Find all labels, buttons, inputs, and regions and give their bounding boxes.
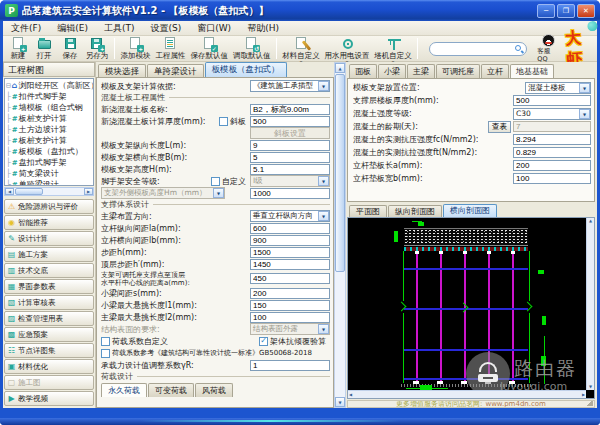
menu-edit[interactable]: 编辑(E) [49, 22, 96, 35]
menu-help[interactable]: 帮助(H) [239, 22, 287, 35]
menu-file[interactable]: 文件(F) [3, 22, 49, 35]
nav-calc-review-table[interactable]: ▧计算审核表 [4, 295, 94, 310]
main-beam-max-cantilever-input[interactable] [250, 312, 330, 323]
load-factor-standard-checkbox[interactable] [101, 349, 110, 358]
tab-panel[interactable]: 面板 [349, 64, 377, 78]
cad-horizontal-scrollbar[interactable]: ◀ ▶ [348, 390, 586, 398]
joist-max-cantilever-input[interactable] [250, 300, 330, 311]
base-plate-length-input[interactable] [513, 160, 591, 171]
search-input[interactable] [429, 42, 527, 56]
placement-select[interactable]: 混凝土楼板▼ [525, 82, 591, 94]
nav-tech-disclosure[interactable]: ▥技术交底 [4, 263, 94, 278]
tree-item[interactable]: ├#板桩支护计算 [6, 135, 93, 146]
step-distance-input[interactable] [250, 247, 330, 258]
tab-adjustable-support[interactable]: 可调托座 [436, 64, 480, 78]
tree-item-root[interactable]: ⊟⌂浏阳经开区（高新区） [6, 80, 93, 91]
tab-permanent-load[interactable]: 永久荷载 [101, 383, 147, 397]
nav-material-optimization[interactable]: ▣材料优化 [4, 359, 94, 374]
resize-grip[interactable] [587, 400, 593, 406]
tab-transverse-section-active[interactable]: 横向剖面图 [443, 204, 497, 217]
tab-slab-formwork-active[interactable]: 板模板（盘扣式） [205, 62, 287, 77]
close-button[interactable]: ✕ [577, 4, 595, 18]
tab-variable-load[interactable]: 可变荷载 [148, 383, 194, 397]
nav-emergency-plan[interactable]: ▩应急预案 [4, 327, 94, 342]
overturning-check-checkbox[interactable]: ✓ [259, 337, 268, 346]
nav-ui-parameter-table[interactable]: ▦界面参数表 [4, 279, 94, 294]
menu-window[interactable]: 窗口(W) [189, 22, 239, 35]
outer-formwork-height-input[interactable] [250, 188, 330, 199]
save-as-button[interactable]: ＋ 另存为 [83, 37, 111, 60]
nav-teaching-video[interactable]: ▶教学视频 [4, 391, 94, 406]
tab-longitudinal-section[interactable]: 纵向剖面图 [388, 205, 442, 217]
tab-foundation-active[interactable]: 地基基础 [510, 64, 554, 78]
lookup-table-button[interactable]: 查表 [488, 121, 511, 133]
minimize-button[interactable]: ─ [537, 4, 555, 18]
tree-item[interactable]: ├#扣件式脚手架 [6, 91, 93, 102]
scroll-left-icon[interactable]: ◀ [348, 392, 353, 398]
scroll-down-icon[interactable]: ▼ [589, 384, 592, 390]
base-plate-width-input[interactable] [513, 173, 591, 184]
cad-vertical-scrollbar[interactable]: ▲ ▼ [586, 218, 594, 390]
main-beam-direction-select[interactable]: 垂直立杆纵向方向▼ [250, 210, 330, 222]
menu-tools[interactable]: 工具(T) [96, 22, 143, 35]
nav-hazard-identification[interactable]: ⚠危险源辨识与评价 [4, 199, 94, 214]
adjustable-support-distance-input[interactable] [250, 273, 330, 284]
scroll-left-icon[interactable]: ◀ [5, 188, 14, 195]
form-vertical-scrollbar[interactable]: ▲ ▼ [334, 62, 346, 408]
nav-design-calc[interactable]: ✎设计计算 [4, 231, 94, 246]
maximize-button[interactable]: ❐ [557, 4, 575, 18]
material-custom-button[interactable]: 材料自定义 ▾ [280, 37, 322, 64]
save-button[interactable]: 保存 [57, 37, 83, 60]
nav-smart-recommend[interactable]: ◉智能推荐 [4, 215, 94, 230]
calc-basis-select[interactable]: 《建筑施工承插型▼ [250, 80, 330, 92]
save-defaults-button[interactable]: ✓ 保存默认值 [188, 37, 230, 60]
tree-item[interactable]: └#单跨梁设计 [6, 179, 93, 186]
slope-checkbox[interactable] [219, 117, 228, 126]
capacity-adjust-factor-input[interactable] [250, 360, 330, 371]
scroll-up-icon[interactable]: ▲ [589, 218, 592, 224]
nav-node-detail-drawings[interactable]: ☷节点详图集 [4, 343, 94, 358]
tree-item[interactable]: ├#盘扣式脚手架 [6, 157, 93, 168]
tab-single-span-beam[interactable]: 单跨梁设计 [147, 64, 204, 77]
tree-item[interactable]: ├#板桩支护计算 [6, 113, 93, 124]
tree-item[interactable]: ├#土方边坡计算 [6, 124, 93, 135]
load-factor-custom-checkbox[interactable] [101, 337, 110, 346]
chevron-down-icon[interactable]: ▼ [579, 109, 590, 119]
project-properties-button[interactable]: 工程属性 [153, 37, 188, 60]
support-width-input[interactable] [250, 152, 330, 163]
scroll-right-icon[interactable]: ▶ [581, 392, 586, 398]
scroll-right-icon[interactable]: ▶ [84, 188, 93, 195]
post-longitudinal-spacing-input[interactable] [250, 223, 330, 234]
slab-thickness-input[interactable] [250, 116, 330, 127]
support-slab-thickness-input[interactable] [513, 95, 591, 106]
measured-compressive-strength-input[interactable] [513, 134, 591, 145]
open-button[interactable]: 打开 [31, 37, 57, 60]
tree-item[interactable]: ├#简支梁设计 [6, 168, 93, 179]
tab-wind-load[interactable]: 风荷载 [195, 383, 233, 397]
tree-item-active[interactable]: ├#板模板（盘扣式） [6, 146, 93, 157]
chevron-down-icon[interactable]: ▼ [579, 83, 590, 93]
tab-main-beam[interactable]: 主梁 [407, 64, 435, 78]
nav-construction-plan[interactable]: ▤施工方案 [4, 247, 94, 262]
chevron-down-icon[interactable]: ▼ [318, 81, 329, 91]
menu-settings[interactable]: 设置(S) [142, 22, 189, 35]
add-module-button[interactable]: ＋ 添加模块 [118, 37, 153, 60]
cad-drawing[interactable]: 路由器 luyouqi.com [348, 218, 586, 390]
nav-inspection-table[interactable]: ▨检查管理用表 [4, 311, 94, 326]
new-button[interactable]: ＋ 新建 [5, 37, 31, 60]
load-defaults-button[interactable]: ↺ 调取默认值 [230, 37, 272, 60]
crane-custom-button[interactable]: 塔机自定义 ▾ [372, 37, 414, 64]
chevron-down-icon[interactable]: ▼ [318, 211, 329, 221]
tab-post[interactable]: 立杆 [481, 64, 509, 78]
tab-module-select[interactable]: 模块选择 [98, 64, 146, 77]
water-power-settings-button[interactable]: 用水用电设置 ▾ [322, 37, 372, 64]
customer-service-qq-button[interactable]: 客服QQ [537, 34, 560, 63]
tree-item[interactable]: ├#墙模板（组合式钢 [6, 102, 93, 113]
tab-joist[interactable]: 小梁 [378, 64, 406, 78]
measured-tensile-strength-input[interactable] [513, 147, 591, 158]
cad-viewport[interactable]: 路由器 luyouqi.com ▲ ▼ ◀ ▶ [347, 217, 595, 399]
scroll-thumb[interactable] [335, 74, 345, 272]
scroll-up-icon[interactable]: ▲ [335, 63, 345, 73]
tab-plan-view[interactable]: 平面图 [349, 205, 387, 217]
scroll-down-icon[interactable]: ▼ [335, 397, 345, 407]
